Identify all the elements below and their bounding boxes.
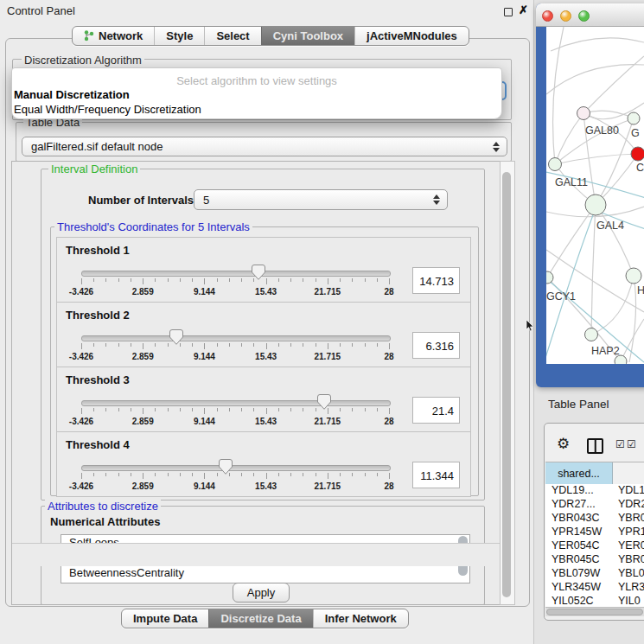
- major-tick: [266, 473, 267, 479]
- tab-discretize-data[interactable]: Discretize Data: [208, 609, 312, 628]
- apply-button[interactable]: Apply: [233, 583, 290, 603]
- major-tick: [81, 278, 82, 284]
- tab-impute-data[interactable]: Impute Data: [122, 609, 208, 628]
- tab-cyni-toolbox[interactable]: Cyni Toolbox: [261, 27, 354, 45]
- network-canvas[interactable]: GAL80GCGAL11GAL4HGCY1HAP2: [546, 27, 644, 364]
- tab-select[interactable]: Select: [204, 27, 260, 45]
- network-node-gcy1[interactable]: [546, 271, 553, 284]
- table-row[interactable]: YBL079WYBL0: [545, 567, 644, 581]
- panel-scrollbar[interactable]: [500, 161, 515, 605]
- minor-tick: [131, 343, 131, 347]
- threshold-label: Threshold 4: [66, 438, 130, 451]
- table-row[interactable]: YPR145WYPR1: [545, 526, 644, 539]
- cell-name[interactable]: YBR0: [613, 553, 644, 567]
- minor-tick: [118, 343, 119, 347]
- table-row[interactable]: YDL19...YDL1: [545, 484, 644, 498]
- network-edge: [591, 205, 596, 335]
- group-title: Attributes to discretize: [45, 500, 161, 513]
- scale-label: 2.859: [132, 287, 154, 296]
- slider-track[interactable]: [81, 465, 391, 471]
- popup-option-equal-width-frequency-discretization[interactable]: Equal Width/Frequency Discretization: [12, 102, 501, 117]
- column-header-shared-name[interactable]: shared...: [545, 462, 613, 484]
- network-node-c[interactable]: [631, 147, 644, 161]
- scale-label: 2.859: [132, 481, 154, 491]
- popup-option-manual-discretization[interactable]: Manual Discretization: [12, 87, 501, 102]
- scale-label: 21.715: [315, 352, 341, 361]
- zoom-light[interactable]: [578, 10, 590, 22]
- checkbox-icon[interactable]: ☑: [615, 438, 625, 450]
- cell-shared-name[interactable]: YER054C: [545, 539, 613, 553]
- table-row[interactable]: YLR345WYLR3: [545, 581, 644, 595]
- threshold-rows: Threshold 1-3.4262.8599.14415.4321.71528…: [56, 238, 471, 497]
- network-node-gal80[interactable]: [577, 107, 590, 120]
- tab-infer-network[interactable]: Infer Network: [313, 609, 408, 628]
- threshold-value-field[interactable]: 21.4: [412, 397, 460, 424]
- threshold-value-field[interactable]: 14.713: [412, 267, 460, 294]
- network-node-gal4[interactable]: [585, 194, 606, 215]
- scale-label: -3.426: [69, 352, 93, 361]
- minor-tick: [278, 408, 279, 411]
- network-node-h[interactable]: [626, 268, 641, 284]
- minor-tick: [131, 278, 131, 282]
- slider-track[interactable]: [81, 400, 391, 406]
- column-header-name[interactable]: n: [613, 462, 644, 484]
- table-row[interactable]: YER054CYER0: [545, 539, 644, 553]
- cell-name[interactable]: YDR2: [613, 498, 644, 512]
- split-panel-icon[interactable]: [587, 438, 603, 454]
- cell-name[interactable]: YER0: [613, 539, 644, 553]
- table-row[interactable]: YDR27...YDR2: [545, 498, 644, 512]
- gear-icon[interactable]: ⚙: [557, 435, 570, 453]
- cell-shared-name[interactable]: YLR345W: [545, 581, 613, 595]
- cell-name[interactable]: YBR0: [613, 512, 644, 526]
- tab-style[interactable]: Style: [154, 27, 204, 45]
- scrollbar-thumb[interactable]: [546, 609, 643, 615]
- checkbox-icon[interactable]: ☑: [627, 438, 636, 450]
- popup-options: Manual DiscretizationEqual Width/Frequen…: [12, 87, 501, 117]
- num-intervals-select[interactable]: 5: [194, 189, 448, 210]
- threshold-value-field[interactable]: 11.344: [412, 462, 460, 488]
- cell-shared-name[interactable]: YBL079W: [545, 567, 613, 581]
- tab-jactivemnodules[interactable]: jActiveMNodules: [354, 27, 469, 45]
- cell-shared-name[interactable]: YBR045C: [545, 553, 613, 567]
- minor-tick: [155, 278, 156, 282]
- cell-name[interactable]: YLR3: [613, 581, 644, 595]
- minimize-light[interactable]: [560, 10, 571, 22]
- network-node-hap2[interactable]: [585, 328, 598, 341]
- major-tick: [204, 473, 205, 479]
- network-node-unlabeled[interactable]: [615, 355, 627, 364]
- cell-shared-name[interactable]: YPR145W: [545, 526, 613, 539]
- slider-thumb[interactable]: [169, 329, 183, 345]
- slider-track[interactable]: [81, 271, 391, 277]
- attribute-item-betweennesscentrality[interactable]: BetweennessCentrality: [61, 565, 469, 581]
- cell-shared-name[interactable]: YDR27...: [545, 498, 613, 512]
- table-row[interactable]: YIL052CYIL0: [545, 595, 644, 608]
- slider-thumb[interactable]: [252, 265, 265, 280]
- scale-label: -3.426: [69, 287, 93, 296]
- network-node-g[interactable]: [628, 112, 640, 124]
- cell-name[interactable]: YBL0: [613, 567, 644, 581]
- cell-name[interactable]: YDL1: [613, 484, 644, 498]
- scale-label: 15.43: [255, 287, 277, 296]
- cell-shared-name[interactable]: YDL19...: [545, 484, 613, 498]
- slider-track[interactable]: [81, 335, 391, 341]
- table-row[interactable]: YBR043CYBR0: [545, 512, 644, 526]
- close-light[interactable]: [542, 10, 553, 22]
- minor-tick: [290, 408, 291, 411]
- scrollbar-thumb[interactable]: [502, 172, 511, 597]
- float-window-icon[interactable]: [504, 8, 513, 16]
- table-h-scrollbar[interactable]: [545, 607, 644, 616]
- network-node-gal11[interactable]: [549, 158, 562, 171]
- node-label: GAL11: [555, 176, 588, 188]
- close-icon[interactable]: ✗: [519, 3, 528, 16]
- slider-thumb[interactable]: [317, 394, 331, 410]
- threshold-label: Threshold 3: [66, 373, 130, 386]
- slider-thumb[interactable]: [219, 459, 233, 475]
- cell-name[interactable]: YPR1: [613, 526, 644, 539]
- table-row[interactable]: YBR045CYBR0: [545, 553, 644, 567]
- cell-name[interactable]: YIL0: [613, 595, 644, 608]
- table-data-select[interactable]: galFiltered.sif default node: [22, 137, 507, 156]
- cell-shared-name[interactable]: YIL052C: [545, 595, 613, 608]
- cell-shared-name[interactable]: YBR043C: [545, 512, 613, 526]
- threshold-value-field[interactable]: 6.316: [412, 332, 460, 359]
- tab-network[interactable]: Network: [73, 27, 154, 45]
